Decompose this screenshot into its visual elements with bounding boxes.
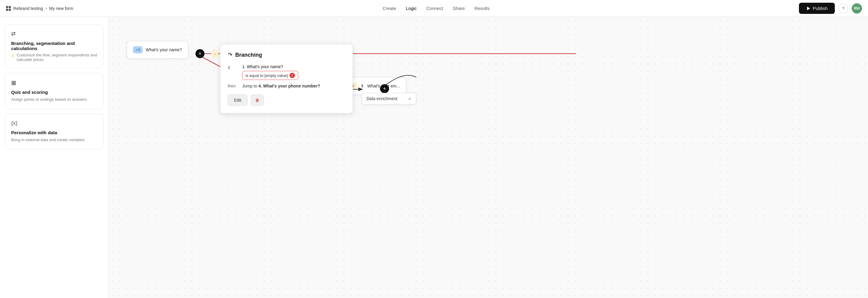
tab-share[interactable]: Share (453, 4, 465, 12)
svg-marker-0 (807, 7, 810, 10)
header-left: Rebrand testing > My new form (6, 6, 73, 11)
canvas: ≡ 1 What's your name? + ⚠ ↷ Branching If… (108, 17, 868, 298)
node-3-num: 3 (361, 84, 363, 88)
play-icon (806, 6, 810, 10)
header: Rebrand testing > My new form Create Log… (0, 0, 868, 17)
node-1-badge: ≡ 1 (133, 46, 143, 53)
quiz-title: Quiz and scoring (11, 90, 97, 95)
avatar[interactable]: RH (852, 3, 862, 13)
add-step-button-1[interactable]: + (195, 49, 205, 58)
header-nav: Create Logic Connect Share Results (383, 4, 490, 12)
branching-warning-text: Customize the flow, segment respondents … (17, 53, 97, 62)
error-indicator: ! (289, 73, 295, 78)
warning-triangle: ⚠ (211, 50, 218, 58)
breadcrumb-parent[interactable]: Rebrand testing (13, 6, 43, 11)
sidebar-card-personalize[interactable]: {x} Personalize with data Bring in exter… (5, 114, 103, 149)
data-enrichment-dropdown[interactable]: Data enrichment ✓ (362, 93, 416, 105)
app-icon (6, 6, 11, 11)
sidebar-card-branching[interactable]: ⇄ Branching, segmentation and calculatio… (5, 24, 103, 68)
node-1-header: ≡ 1 What's your name? (133, 46, 182, 53)
branching-icon: ⇄ (11, 30, 97, 37)
add-step-button-3[interactable]: + (380, 84, 389, 93)
edit-button[interactable]: Edit (228, 94, 248, 106)
branching-question: 1. What's your name? (242, 64, 345, 69)
sidebar-card-quiz[interactable]: ▦ Quiz and scoring Assign points or endi… (5, 73, 103, 109)
data-enrichment-label: Data enrichment (367, 96, 398, 101)
tab-results[interactable]: Results (474, 4, 490, 12)
branching-popup: ↷ Branching If 1. What's your name? is e… (220, 44, 353, 113)
branching-warning: ⚠ Customize the flow, segment respondent… (11, 53, 97, 62)
branching-condition: 1. What's your name? is equal to [empty … (242, 64, 345, 80)
condition-badge[interactable]: is equal to [empty value] ! (242, 71, 298, 80)
tab-connect[interactable]: Connect (426, 4, 443, 12)
quiz-desc: Assign points or endings based on answer… (11, 96, 97, 102)
delete-button[interactable]: 🗑 (251, 94, 264, 106)
branching-if-row: If 1. What's your name? is equal to [emp… (228, 64, 345, 80)
branch-arrow-icon: ↷ (228, 52, 232, 58)
then-label: then (228, 84, 239, 88)
jump-text: Jump to 4. What's your phone number? (242, 84, 320, 88)
node-1-label: What's your name? (146, 47, 182, 52)
personalize-icon: {x} (11, 120, 97, 126)
if-label: If (228, 64, 239, 70)
branching-title: Branching, segmentation and calculations (11, 41, 97, 51)
warning-icon: ⚠ (11, 53, 15, 58)
breadcrumb: Rebrand testing > My new form (13, 6, 73, 11)
personalize-desc: Bring in external data and create variab… (11, 137, 97, 143)
main: ⇄ Branching, segmentation and calculatio… (0, 17, 868, 298)
sidebar: ⇄ Branching, segmentation and calculatio… (0, 17, 108, 298)
form-node-1[interactable]: ≡ 1 What's your name? (127, 41, 188, 59)
personalize-title: Personalize with data (11, 130, 97, 135)
jump-target: 4. What's your phone number? (258, 84, 320, 88)
check-icon: ✓ (408, 96, 412, 101)
condition-text: is equal to [empty value] (246, 73, 288, 78)
tab-create[interactable]: Create (383, 4, 396, 12)
help-button[interactable]: ? (838, 4, 848, 13)
breadcrumb-current: My new form (49, 6, 73, 11)
branching-then-row: then Jump to 4. What's your phone number… (228, 84, 345, 88)
branching-actions: Edit 🗑 (228, 94, 345, 106)
node-3-header: ✉ 3 What's your em... (347, 82, 400, 90)
header-right: Publish ? RH (799, 3, 862, 14)
publish-button[interactable]: Publish (799, 3, 835, 14)
quiz-icon: ▦ (11, 79, 97, 86)
branching-popup-title: ↷ Branching (228, 52, 345, 58)
breadcrumb-separator: > (45, 6, 48, 11)
tab-logic[interactable]: Logic (406, 4, 417, 12)
